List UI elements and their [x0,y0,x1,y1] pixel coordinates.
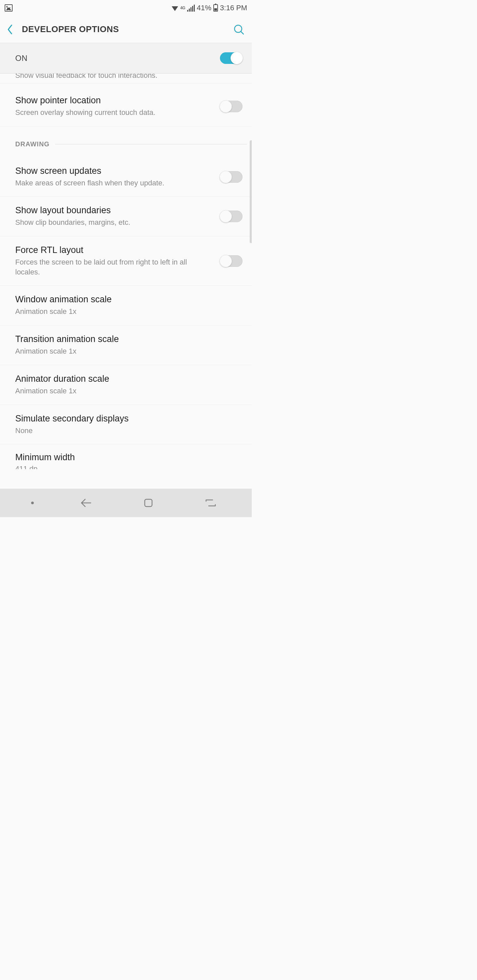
force-rtl-toggle[interactable] [220,255,242,267]
setting-desc: Make areas of screen flash when they upd… [15,178,164,188]
setting-title: Force RTL layout [15,245,213,255]
setting-animator-duration-scale[interactable]: Animator duration scale Animation scale … [0,365,252,405]
setting-secondary-displays[interactable]: Simulate secondary displays None [0,405,252,445]
setting-desc: Forces the screen to be laid out from ri… [15,257,213,277]
setting-title: Minimum width [15,452,236,463]
app-bar: DEVELOPER OPTIONS [0,16,252,43]
network-type-icon: 4G [180,6,185,10]
setting-title: Show pointer location [15,95,155,106]
setting-title: Show layout boundaries [15,205,130,216]
setting-title: Simulate secondary displays [15,414,129,424]
setting-desc: Animation scale 1x [15,386,109,396]
setting-title: Animator duration scale [15,374,109,384]
nav-home-button[interactable] [139,495,158,511]
battery-percentage: 41% [197,4,211,12]
nav-hide-button-dot[interactable] [31,501,34,504]
setting-title: Transition animation scale [15,334,119,344]
back-arrow-icon [80,498,92,508]
setting-show-touches-partial[interactable]: Show visual feedback for touch interacti… [0,73,252,83]
master-toggle-label: ON [15,54,27,63]
nav-back-button[interactable] [76,495,96,511]
screenshot-notification-icon [5,4,13,11]
settings-list[interactable]: Show visual feedback for touch interacti… [0,73,252,489]
screen-updates-toggle[interactable] [220,171,242,183]
back-button[interactable] [3,23,17,36]
setting-desc: None [15,426,129,436]
recents-icon [205,499,217,507]
section-label: DRAWING [15,140,50,148]
setting-title: Window animation scale [15,294,112,305]
status-left [5,4,13,11]
setting-window-animation-scale[interactable]: Window animation scale Animation scale 1… [0,286,252,325]
setting-desc: Screen overlay showing current touch dat… [15,108,155,118]
setting-desc: Animation scale 1x [15,307,112,317]
setting-title: Show screen updates [15,166,164,176]
svg-rect-3 [145,499,152,507]
search-button[interactable] [232,22,246,37]
master-toggle[interactable] [220,52,242,64]
chevron-left-icon [6,24,14,35]
setting-transition-animation-scale[interactable]: Transition animation scale Animation sca… [0,325,252,365]
setting-minimum-width-partial[interactable]: Minimum width 411 dp [0,444,252,469]
master-toggle-row[interactable]: ON [0,43,252,73]
setting-desc: 411 dp [15,465,236,469]
setting-desc: Show visual feedback for touch interacti… [15,73,157,80]
setting-pointer-location[interactable]: Show pointer location Screen overlay sho… [0,87,252,126]
page-title: DEVELOPER OPTIONS [17,24,232,35]
navigation-bar [0,489,252,517]
section-header-drawing: DRAWING [0,126,252,148]
clock: 3:16 PM [220,4,247,12]
setting-desc: Animation scale 1x [15,346,119,356]
status-bar: 4G 41% 3:16 PM [0,0,252,16]
setting-desc: Show clip boundaries, margins, etc. [15,218,130,228]
svg-line-1 [241,32,244,34]
wifi-icon [172,6,178,11]
signal-icon [187,5,195,11]
battery-icon [213,4,218,11]
setting-screen-updates[interactable]: Show screen updates Make areas of screen… [0,157,252,197]
setting-layout-boundaries[interactable]: Show layout boundaries Show clip boundar… [0,197,252,236]
nav-recents-button[interactable] [201,495,221,511]
status-right: 4G 41% 3:16 PM [172,4,247,12]
pointer-location-toggle[interactable] [220,101,242,112]
search-icon [233,24,244,35]
setting-force-rtl[interactable]: Force RTL layout Forces the screen to be… [0,236,252,286]
home-icon [143,498,154,508]
layout-boundaries-toggle[interactable] [220,210,242,222]
scrollbar-thumb[interactable] [250,140,252,243]
